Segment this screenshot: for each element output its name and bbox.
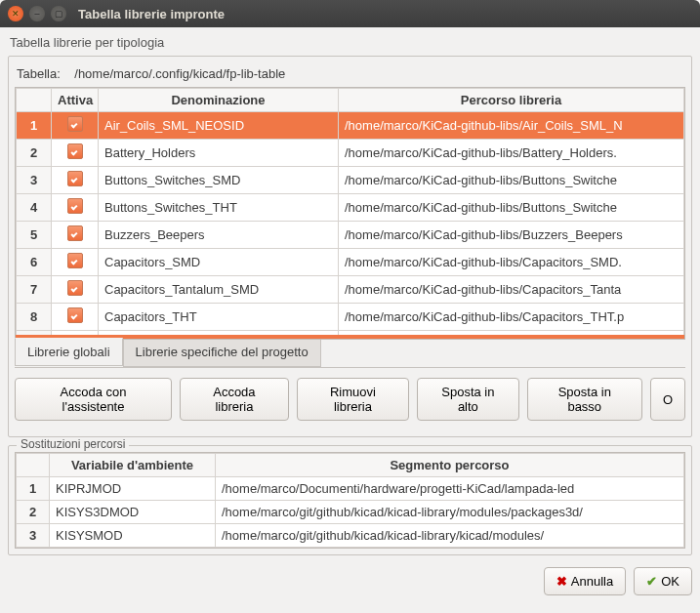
section-subtitle: Tabella librerie per tipologia <box>10 35 692 50</box>
close-icon[interactable]: ✕ <box>8 6 23 21</box>
checkbox-icon[interactable] <box>67 198 83 214</box>
checkbox-icon[interactable] <box>67 143 83 159</box>
checkbox-icon[interactable] <box>67 171 83 186</box>
checkbox-icon[interactable] <box>67 253 83 268</box>
col-path-segment[interactable]: Segmento percorso <box>216 454 684 477</box>
table-label: Tabella: <box>17 66 61 81</box>
libraries-table[interactable]: Attiva Denominazione Percorso libreria 1… <box>15 87 685 340</box>
table-path: /home/marco/.config/kicad/fp-lib-table <box>74 66 285 81</box>
substitutions-label: Sostituzioni percorsi <box>17 437 129 451</box>
table-row[interactable]: 1 Air_Coils_SML_NEOSID /home/marco/KiCad… <box>17 112 684 140</box>
col-rownum <box>17 454 50 477</box>
maximize-icon[interactable]: ▢ <box>51 6 66 21</box>
table-row[interactable]: 1 KIPRJMOD /home/marco/Documenti/hardwar… <box>17 477 684 501</box>
append-library-button[interactable]: Accoda libreria <box>180 378 289 421</box>
table-row[interactable]: 4 Buttons_Switches_THT /home/marco/KiCad… <box>17 194 684 222</box>
checkbox-icon[interactable] <box>67 280 83 296</box>
tab-project-libs[interactable]: Librerie specifiche del progetto <box>123 339 321 367</box>
checkbox-icon[interactable] <box>67 225 83 241</box>
table-row[interactable]: 7 Capacitors_Tantalum_SMD /home/marco/Ki… <box>17 276 684 304</box>
checkbox-icon[interactable] <box>67 307 83 323</box>
cancel-icon: ✖ <box>556 574 567 589</box>
table-row[interactable]: 3 KISYSMOD /home/marco/git/github/kicad/… <box>17 524 684 548</box>
ok-button[interactable]: ✔ OK <box>634 567 692 595</box>
substitutions-group: Sostituzioni percorsi Variabile d'ambien… <box>8 445 692 555</box>
dialog-footer: ✖ Annulla ✔ OK <box>8 567 692 595</box>
cancel-button[interactable]: ✖ Annulla <box>544 567 626 595</box>
table-row[interactable]: 5 Buzzers_Beepers /home/marco/KiCad-gith… <box>17 222 684 249</box>
col-path[interactable]: Percorso libreria <box>339 89 684 112</box>
col-active[interactable]: Attiva <box>52 89 99 112</box>
checkbox-icon[interactable] <box>67 116 83 132</box>
table-row[interactable]: 8 Capacitors_THT /home/marco/KiCad-githu… <box>17 304 684 331</box>
col-name[interactable]: Denominazione <box>99 89 339 112</box>
append-wizard-button[interactable]: Accoda con l'assistente <box>15 378 172 421</box>
col-env-var[interactable]: Variabile d'ambiente <box>50 454 216 477</box>
table-row[interactable]: 2 Battery_Holders /home/marco/KiCad-gith… <box>17 140 684 167</box>
toolbar: Accoda con l'assistente Accoda libreria … <box>15 378 685 421</box>
tabs: Librerie globali Librerie specifiche del… <box>15 339 685 368</box>
ok-icon: ✔ <box>646 574 657 589</box>
table-row[interactable]: 6 Capacitors_SMD /home/marco/KiCad-githu… <box>17 249 684 276</box>
tab-global-libs[interactable]: Librerie globali <box>15 338 123 366</box>
substitutions-table[interactable]: Variabile d'ambiente Segmento percorso 1… <box>15 452 685 549</box>
table-row[interactable]: 2 KISYS3DMOD /home/marco/git/github/kica… <box>17 501 684 524</box>
move-down-button[interactable]: Sposta in basso <box>527 378 642 421</box>
window-title: Tabella librerie impronte <box>78 7 225 21</box>
libraries-group: Tabella: /home/marco/.config/kicad/fp-li… <box>8 56 692 437</box>
table-row[interactable]: 3 Buttons_Switches_SMD /home/marco/KiCad… <box>17 167 684 194</box>
move-up-button[interactable]: Sposta in alto <box>417 378 519 421</box>
minimize-icon[interactable]: – <box>29 6 45 21</box>
titlebar: ✕ – ▢ Tabella librerie impronte <box>0 0 700 27</box>
options-button[interactable]: O <box>650 378 685 421</box>
remove-library-button[interactable]: Rimuovi libreria <box>297 378 409 421</box>
col-rownum <box>17 89 52 112</box>
